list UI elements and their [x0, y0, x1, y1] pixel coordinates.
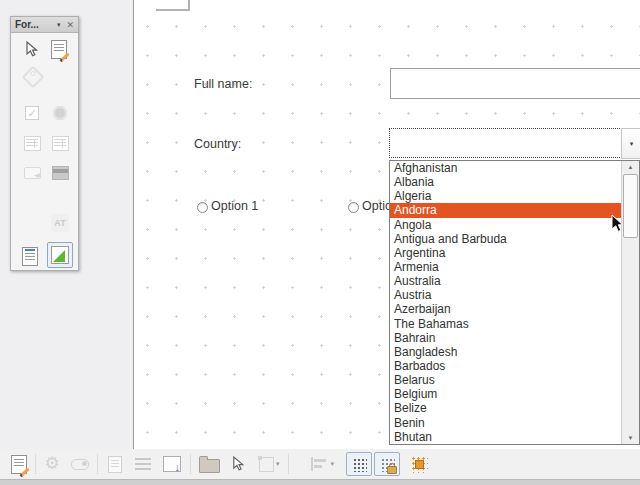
snap-to-grid-button[interactable]	[374, 452, 400, 476]
country-option[interactable]: Azerbaijan	[390, 302, 622, 316]
automatic-control-focus-icon	[69, 459, 91, 470]
image-button-icon	[50, 163, 70, 183]
select-icon[interactable]	[21, 39, 41, 59]
window-bottom-edge	[0, 479, 640, 485]
country-option[interactable]: Austria	[390, 288, 622, 302]
scroll-up-icon[interactable]: ▲	[622, 161, 639, 173]
option-button-icon	[50, 103, 70, 123]
country-option[interactable]: The Bahamas	[390, 317, 622, 331]
grid-lock-icon	[380, 457, 395, 472]
helplines-while-moving-button[interactable]	[407, 455, 431, 473]
document-canvas: Full name: Country: ▾ Option 1 Option 2 …	[133, 0, 640, 449]
label-field-icon	[23, 67, 43, 87]
country-option[interactable]: Armenia	[390, 260, 622, 274]
design-mode-icon	[51, 246, 69, 264]
position-and-size-icon: ▾	[259, 457, 280, 472]
toolbar-titlebar[interactable]: For... ▾ ✕	[11, 17, 78, 33]
country-option[interactable]: Algeria	[390, 189, 622, 203]
page-margin-corner	[156, 0, 190, 11]
form-design-icon[interactable]	[49, 39, 69, 59]
form-controls-toolbar: For... ▾ ✕ ✓ AT	[10, 16, 79, 271]
form-properties-icon	[104, 456, 126, 473]
add-field-icon[interactable]	[160, 456, 184, 472]
combo-dropdown-button[interactable]: ▾	[621, 128, 640, 159]
text-box-icon: AT	[50, 213, 70, 233]
form-design-icon[interactable]	[8, 455, 30, 474]
form-navigator-icon[interactable]	[20, 245, 40, 267]
check-box-icon: ✓	[22, 103, 42, 123]
select-icon[interactable]	[227, 456, 249, 472]
radio-option-1[interactable]	[197, 202, 208, 213]
helplines-icon	[410, 455, 428, 473]
chevron-down-icon: ▾	[630, 140, 634, 148]
country-option[interactable]: Bangladesh	[390, 345, 622, 359]
country-option[interactable]: Belgium	[390, 387, 622, 401]
chevron-down-icon[interactable]: ▾	[331, 460, 335, 468]
country-option[interactable]: Bahrain	[390, 331, 622, 345]
toolbar-menu-icon[interactable]: ▾	[57, 21, 61, 29]
country-combobox[interactable]	[389, 128, 622, 158]
country-option[interactable]: Belize	[390, 401, 622, 415]
country-option[interactable]: Afghanistan	[390, 161, 622, 175]
radio-option-1-label: Option 1	[211, 199, 258, 213]
country-option[interactable]: Bhutan	[390, 430, 622, 444]
open-folder-icon[interactable]	[197, 456, 221, 473]
push-button-icon	[22, 163, 42, 183]
toggle-design-mode-button[interactable]	[47, 242, 73, 268]
toolbar-title: For...	[15, 19, 39, 30]
form-design-toolbar: ⚙ ▾ ▾	[0, 449, 640, 479]
country-option[interactable]: Antigua and Barbuda	[390, 232, 622, 246]
activation-order-icon	[132, 458, 154, 470]
country-option[interactable]: Argentina	[390, 246, 622, 260]
country-option-selected[interactable]: Andorra	[390, 203, 622, 217]
dropdown-scrollbar[interactable]: ▲ ▼	[621, 161, 639, 444]
display-grid-button[interactable]	[346, 452, 372, 476]
grid-icon	[352, 457, 367, 472]
country-option[interactable]: Australia	[390, 274, 622, 288]
radio-option-2[interactable]	[348, 202, 359, 213]
align-icon: ▾	[311, 457, 335, 471]
full-name-input[interactable]	[390, 68, 640, 99]
country-label: Country:	[194, 137, 241, 151]
close-icon[interactable]: ✕	[66, 20, 74, 30]
scroll-down-icon[interactable]: ▼	[622, 432, 639, 444]
mouse-cursor-icon	[611, 214, 627, 238]
country-option[interactable]: Belarus	[390, 373, 622, 387]
chevron-down-icon[interactable]: ▾	[276, 460, 280, 468]
list-box-icon	[22, 133, 42, 153]
country-option[interactable]: Barbados	[390, 359, 622, 373]
full-name-label: Full name:	[194, 77, 252, 91]
country-option[interactable]: Benin	[390, 416, 622, 430]
combo-box-icon	[50, 133, 70, 153]
country-option[interactable]: Angola	[390, 218, 622, 232]
control-properties-icon: ⚙	[41, 454, 63, 474]
country-dropdown-list: Afghanistan Albania Algeria Andorra Ango…	[389, 160, 640, 445]
country-option[interactable]: Albania	[390, 175, 622, 189]
